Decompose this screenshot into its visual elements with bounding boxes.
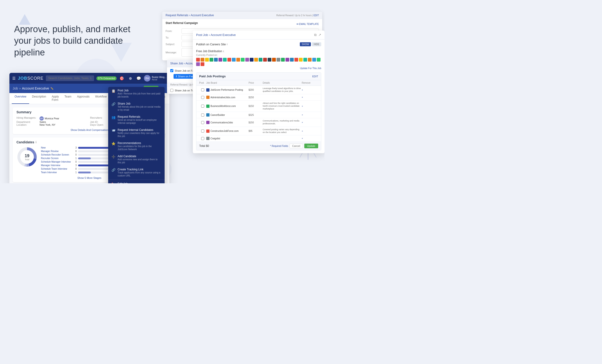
ctx-request-internal[interactable]: 📨 Request Internal Candidates Notify you… (108, 126, 165, 140)
summary-location: Location: New York, NY (16, 123, 89, 126)
paid-name-comms: CommunicationsJobs (206, 121, 248, 124)
ctx-share-job[interactable]: 🔗 Share Job Tell friends about this job … (108, 100, 165, 113)
paid-detail-construction: Covered posting varies vary depending on… (263, 128, 302, 134)
jb-icon-28 (317, 58, 321, 62)
paid-remove-craigslist[interactable]: × (302, 137, 318, 140)
stage-count-sched-mgr: 0 (73, 160, 77, 163)
copy-link-icon[interactable]: ⧉ (314, 33, 317, 37)
paid-remove-biz[interactable]: × (302, 105, 318, 107)
jb-icon-22 (290, 58, 294, 62)
tab-overview[interactable]: Overview (12, 93, 29, 104)
stage-name-sched-team[interactable]: Schedule Team Interview (41, 167, 72, 170)
stage-bar-rec-screen (78, 157, 91, 159)
referrals-bc-end: Account Executive (191, 14, 214, 17)
avatar-circle: BW (144, 75, 150, 82)
referrals-breadcrumb: Request Referrals › Account Executive (166, 14, 214, 17)
referrals-ref-info: Referral Reward: Up to 2 hr hours | EDIT (276, 14, 319, 17)
jb-icon-29 (196, 62, 200, 66)
tab-apply-form[interactable]: Apply Form (49, 93, 62, 104)
ctx-tracking-link-text: Create Tracking Link Track applicants fr… (118, 168, 161, 177)
ctx-tracking-link[interactable]: 🔗 Create Tracking Link Track applicants … (108, 166, 165, 179)
ctx-edit-job[interactable]: ✏️ Edit Job Edit the job title, descript… (108, 180, 165, 183)
paid-chk-construction[interactable] (199, 129, 206, 133)
plus-icon[interactable]: ⊕ (127, 75, 134, 82)
ctx-post-job[interactable]: 📋 Post Job Add / Remove this job from fr… (108, 87, 165, 100)
ctx-request-referrals[interactable]: 👥 Request Referrals Send an email to kic… (108, 113, 165, 126)
post-bc-start: Post Job (196, 33, 208, 37)
paid-remove-construction[interactable]: × (302, 130, 318, 132)
paid-remove-careerbuilder[interactable]: × (302, 114, 318, 116)
referrals-edit-link[interactable]: EDIT (313, 14, 319, 17)
ctx-divider (108, 179, 165, 180)
tab-description[interactable]: Description (29, 93, 49, 104)
jb-icon-2 (201, 58, 204, 62)
construction-icon (206, 129, 210, 133)
paid-name-construction: ConstructionJobForce.com (206, 129, 248, 133)
share-job-icon: 🔗 (111, 102, 115, 106)
stage-name-team-int[interactable]: Team Interview (41, 171, 72, 174)
donut-sub: Total (25, 158, 29, 161)
update-free-dist-link[interactable]: Update For This Job (196, 67, 321, 70)
ctx-add-candidate[interactable]: ➕ Add Candidate Add someone new and assi… (108, 153, 165, 166)
paid-header: Paid Job Postings EDIT (196, 73, 321, 80)
share-twitter-checkbox[interactable] (170, 89, 173, 92)
stage-name-mgr-int[interactable]: Manager Interview (41, 164, 72, 166)
paid-title: Paid Job Postings (199, 74, 226, 78)
ctx-recommendations-title: Recommendations (118, 141, 161, 145)
search-input[interactable] (46, 75, 94, 81)
stage-name-rec-screen[interactable]: Recruiter Screen (41, 157, 72, 160)
stage-count-new: 3 (73, 146, 77, 149)
col-remove: Remove (302, 82, 318, 84)
ctx-post-job-text: Post Job Add / Remove this job from free… (118, 89, 161, 98)
add-candidate-icon: ➕ (111, 155, 115, 159)
paid-price-admin: $150 (248, 96, 263, 99)
paid-edit-link[interactable]: EDIT (312, 75, 318, 78)
paid-chk-craigslist[interactable] (199, 137, 206, 140)
post-breadcrumb: Post Job › Account Executive (196, 33, 236, 37)
cancel-button[interactable]: Cancel (290, 144, 303, 148)
careers-show-button[interactable]: SHOW (300, 42, 311, 46)
paid-row-jobscore: JobScore Performance Posting $200 Levera… (196, 86, 321, 94)
paid-remove-jobscore[interactable]: × (302, 89, 318, 91)
tab-approvals[interactable]: Approvals (74, 93, 92, 104)
paid-remove-admin[interactable]: × (302, 96, 318, 98)
admin-icon (206, 96, 210, 99)
careers-site-section: Publish on Careers Site ℹ SHOW HIDE (196, 42, 321, 46)
paid-chk-biz[interactable] (199, 104, 206, 108)
ctx-post-job-desc: Add / Remove this job from free and paid… (118, 92, 161, 98)
breadcrumb-sep: › (20, 86, 21, 90)
stage-name-mgr-review[interactable]: Manager Review (41, 150, 72, 153)
referrals-section-title: Start Referral Campaign (166, 21, 198, 25)
paid-price-comms: $150 (248, 121, 263, 124)
share-bc-sep: › (184, 62, 185, 65)
edit-icon[interactable]: ✏️ (50, 87, 54, 90)
email-template-link[interactable]: ✉ EMAIL TEMPLATE (297, 23, 319, 25)
paid-chk-careerbuilder[interactable] (199, 114, 206, 116)
post-job-icon: 📋 (111, 89, 115, 93)
hamburger-icon[interactable]: ☰ (12, 76, 16, 81)
ctx-recommendations[interactable]: ⭐ Recommendations See candidates for thi… (108, 140, 165, 153)
stage-name-sched-mgr[interactable]: Schedule Manager Interview (41, 160, 72, 163)
paid-remove-comms[interactable]: × (302, 121, 318, 124)
stage-count-sched-rec: 0 (73, 154, 77, 156)
stage-count-team-int: 1 (73, 171, 77, 174)
free-dist-label: Free Job Distribution ℹ (196, 50, 321, 53)
jb-icon-5 (214, 58, 218, 62)
tab-workflow[interactable]: Workflow (92, 93, 110, 104)
ctx-edit-job-title: Edit Job (118, 182, 161, 183)
chat-icon[interactable]: 💬 (135, 75, 142, 82)
stage-name-sched-rec[interactable]: Schedule Recruiter Screen (41, 154, 72, 156)
required-fields-link[interactable]: * Required Fields (270, 145, 288, 147)
tab-team[interactable]: Team (62, 93, 74, 104)
careers-hide-button[interactable]: HIDE (312, 42, 321, 46)
stage-name-new[interactable]: New (41, 146, 72, 149)
paid-chk-comms[interactable] (199, 121, 206, 124)
job-link[interactable]: Job (13, 86, 18, 90)
share-facebook-checkbox[interactable] (170, 69, 173, 72)
update-button[interactable]: Update (304, 144, 318, 148)
paid-chk-admin[interactable] (199, 96, 206, 99)
paid-chk-jobscore[interactable] (199, 88, 206, 91)
target-icon[interactable]: 🎯 (118, 75, 125, 82)
external-link-icon[interactable]: ↗ (318, 33, 321, 37)
job-title: Account Executive (22, 86, 49, 90)
